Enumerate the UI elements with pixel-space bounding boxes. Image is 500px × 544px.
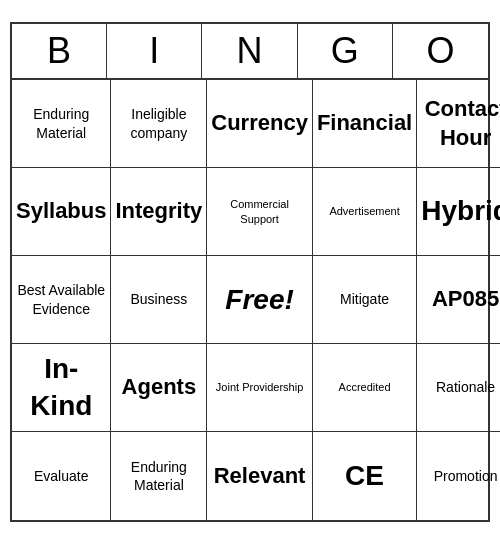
cell-text: CE <box>345 458 384 494</box>
cell-text: Enduring Material <box>115 458 202 494</box>
cell-text: Best Available Evidence <box>16 281 106 317</box>
bingo-cell: Financial <box>313 80 417 168</box>
bingo-cell: Relevant <box>207 432 313 520</box>
cell-text: Joint Providership <box>216 380 303 394</box>
bingo-cell: Mitigate <box>313 256 417 344</box>
cell-text: Evaluate <box>34 467 88 485</box>
bingo-cell: Agents <box>111 344 207 432</box>
cell-text: Rationale <box>436 378 495 396</box>
cell-text: Relevant <box>214 462 306 491</box>
bingo-card: BINGO Enduring MaterialIneligible compan… <box>10 22 490 522</box>
cell-text: Promotion <box>434 467 498 485</box>
bingo-cell: Syllabus <box>12 168 111 256</box>
bingo-cell: Joint Providership <box>207 344 313 432</box>
bingo-cell: Ineligible company <box>111 80 207 168</box>
header-letter: B <box>12 24 107 78</box>
bingo-cell: Commercial Support <box>207 168 313 256</box>
cell-text: In-Kind <box>16 351 106 424</box>
bingo-cell: Advertisement <box>313 168 417 256</box>
bingo-cell: Enduring Material <box>111 432 207 520</box>
bingo-cell: Free! <box>207 256 313 344</box>
header-letter: O <box>393 24 488 78</box>
bingo-cell: Accredited <box>313 344 417 432</box>
cell-text: Syllabus <box>16 197 106 226</box>
cell-text: Financial <box>317 109 412 138</box>
header-letter: N <box>202 24 297 78</box>
bingo-cell: Contact Hour <box>417 80 500 168</box>
cell-text: Commercial Support <box>211 197 308 226</box>
bingo-cell: Enduring Material <box>12 80 111 168</box>
bingo-cell: Best Available Evidence <box>12 256 111 344</box>
cell-text: Agents <box>122 373 197 402</box>
cell-text: Enduring Material <box>16 105 106 141</box>
bingo-header: BINGO <box>12 24 488 80</box>
bingo-cell: Evaluate <box>12 432 111 520</box>
bingo-cell: AP085 <box>417 256 500 344</box>
cell-text: Free! <box>225 284 293 316</box>
header-letter: I <box>107 24 202 78</box>
cell-text: Accredited <box>339 380 391 394</box>
cell-text: Hybrid <box>421 193 500 229</box>
cell-text: Contact Hour <box>421 95 500 152</box>
bingo-cell: CE <box>313 432 417 520</box>
cell-text: AP085 <box>432 285 499 314</box>
bingo-cell: Promotion <box>417 432 500 520</box>
cell-text: Ineligible company <box>115 105 202 141</box>
bingo-cell: In-Kind <box>12 344 111 432</box>
bingo-cell: Hybrid <box>417 168 500 256</box>
cell-text: Currency <box>211 109 308 138</box>
bingo-cell: Rationale <box>417 344 500 432</box>
bingo-grid: Enduring MaterialIneligible companyCurre… <box>12 80 488 520</box>
cell-text: Advertisement <box>329 204 399 218</box>
cell-text: Mitigate <box>340 290 389 308</box>
bingo-cell: Business <box>111 256 207 344</box>
bingo-cell: Integrity <box>111 168 207 256</box>
bingo-cell: Currency <box>207 80 313 168</box>
cell-text: Integrity <box>115 197 202 226</box>
cell-text: Business <box>130 290 187 308</box>
header-letter: G <box>298 24 393 78</box>
